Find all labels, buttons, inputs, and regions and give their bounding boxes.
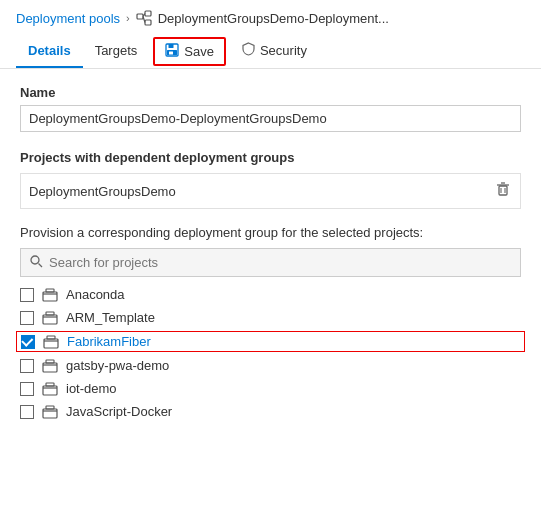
deployment-groups-icon <box>136 10 152 26</box>
svg-rect-24 <box>43 386 57 395</box>
project-name: gatsby-pwa-demo <box>66 358 169 373</box>
svg-rect-2 <box>145 20 151 25</box>
svg-rect-22 <box>43 363 57 372</box>
svg-line-4 <box>143 17 145 23</box>
project-checkbox-javascript-docker[interactable] <box>20 405 34 419</box>
shield-icon <box>242 42 255 59</box>
project-name: JavaScript-Docker <box>66 404 172 419</box>
svg-rect-9 <box>499 186 507 195</box>
tab-details[interactable]: Details <box>16 35 83 68</box>
project-name: ARM_Template <box>66 310 155 325</box>
svg-rect-18 <box>43 315 57 324</box>
list-item: JavaScript-Docker <box>20 404 521 419</box>
project-icon <box>42 288 58 302</box>
svg-rect-25 <box>46 383 54 386</box>
svg-rect-6 <box>169 44 174 48</box>
svg-rect-8 <box>169 52 173 55</box>
list-item: iot-demo <box>20 381 521 396</box>
dependent-project-name: DeploymentGroupsDemo <box>29 184 176 199</box>
svg-rect-20 <box>44 339 58 348</box>
search-box <box>20 248 521 277</box>
project-list: Anaconda ARM_Template FabrikamFiber gats… <box>20 287 521 419</box>
svg-line-3 <box>143 14 145 17</box>
save-icon <box>165 43 179 60</box>
svg-rect-0 <box>137 14 143 19</box>
project-checkbox-anaconda[interactable] <box>20 288 34 302</box>
list-item: ARM_Template <box>20 310 521 325</box>
svg-rect-26 <box>43 409 57 418</box>
project-icon <box>42 359 58 373</box>
svg-point-14 <box>31 256 39 264</box>
svg-rect-23 <box>46 360 54 363</box>
project-icon <box>42 405 58 419</box>
svg-line-15 <box>39 264 43 268</box>
project-icon <box>42 311 58 325</box>
project-name: iot-demo <box>66 381 117 396</box>
breadcrumb-separator: › <box>126 12 130 24</box>
name-label: Name <box>20 85 521 100</box>
breadcrumb: Deployment pools › DeploymentGroupsDemo-… <box>0 0 541 34</box>
list-item: gatsby-pwa-demo <box>20 358 521 373</box>
project-name: Anaconda <box>66 287 125 302</box>
name-input[interactable] <box>20 105 521 132</box>
svg-rect-27 <box>46 406 54 409</box>
breadcrumb-link[interactable]: Deployment pools <box>16 11 120 26</box>
project-checkbox-arm-template[interactable] <box>20 311 34 325</box>
content-area: Name Projects with dependent deployment … <box>0 69 541 435</box>
project-checkbox-iot-demo[interactable] <box>20 382 34 396</box>
svg-rect-17 <box>46 289 54 292</box>
dependent-section-title: Projects with dependent deployment group… <box>20 150 521 165</box>
search-icon <box>29 254 43 271</box>
list-item: FabrikamFiber <box>16 331 525 352</box>
project-name: FabrikamFiber <box>67 334 151 349</box>
provision-label: Provision a corresponding deployment gro… <box>20 225 521 240</box>
project-checkbox-fabrikamfiber[interactable] <box>21 335 35 349</box>
project-icon <box>43 335 59 349</box>
svg-rect-16 <box>43 292 57 301</box>
tabs-bar: Details Targets Save Security <box>0 34 541 69</box>
tab-security[interactable]: Security <box>230 34 319 69</box>
delete-icon[interactable] <box>494 180 512 202</box>
svg-rect-19 <box>46 312 54 315</box>
search-input[interactable] <box>49 255 512 270</box>
project-icon <box>42 382 58 396</box>
save-button[interactable]: Save <box>153 37 226 66</box>
breadcrumb-current: DeploymentGroupsDemo-Deployment... <box>158 11 389 26</box>
svg-rect-1 <box>145 11 151 16</box>
svg-rect-21 <box>47 336 55 339</box>
project-checkbox-gatsby-pwa-demo[interactable] <box>20 359 34 373</box>
list-item: Anaconda <box>20 287 521 302</box>
dependent-project-item: DeploymentGroupsDemo <box>20 173 521 209</box>
tab-targets[interactable]: Targets <box>83 35 150 68</box>
